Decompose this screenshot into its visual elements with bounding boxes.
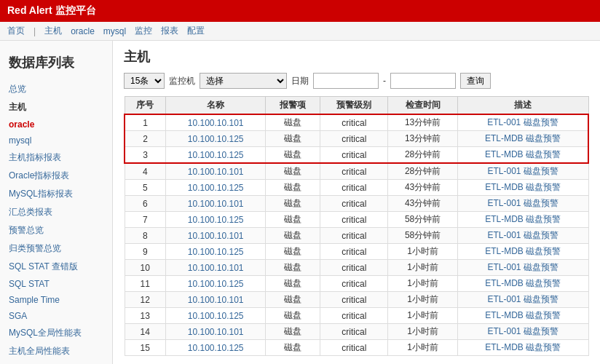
cell-desc[interactable]: ETL-001 磁盘预警 [457, 260, 588, 276]
cell-name[interactable]: 10.100.10.101 [166, 292, 266, 308]
sidebar-item-sqlstat-debug[interactable]: SQL STAT 查错版 [0, 258, 112, 276]
table-cell: critical [320, 228, 388, 244]
cell-name[interactable]: 10.100.10.101 [166, 324, 266, 340]
cell-desc[interactable]: ETL-001 磁盘预警 [457, 114, 588, 131]
nav-oracle[interactable]: oracle [71, 26, 95, 36]
monitor-select[interactable]: 选择 [200, 73, 287, 89]
cell-name[interactable]: 10.100.10.125 [166, 212, 266, 228]
table-cell: 磁盘 [266, 114, 320, 131]
table-row: 1110.100.10.125磁盘critical1小时前ETL-MDB 磁盘预… [125, 276, 588, 292]
table-cell: 1小时前 [388, 308, 457, 324]
date-label: 日期 [291, 75, 309, 87]
nav-monitor[interactable]: 监控 [135, 25, 152, 37]
sidebar-item-host-metrics[interactable]: 主机指标报表 [0, 149, 112, 167]
cell-desc[interactable]: ETL-001 磁盘预警 [457, 324, 588, 340]
nav-report[interactable]: 报表 [161, 25, 178, 37]
rows-select[interactable]: 15条 30条 50条 [124, 73, 165, 89]
table-cell: critical [320, 212, 388, 228]
sidebar-item-oracle[interactable]: oracle [0, 116, 112, 132]
cell-name[interactable]: 10.100.10.125 [166, 244, 266, 260]
cell-desc[interactable]: ETL-MDB 磁盘预警 [457, 212, 588, 228]
filter-bar: 15条 30条 50条 监控机 选择 日期 - 查询 [124, 73, 589, 89]
date-start-input[interactable] [313, 73, 379, 89]
cell-desc[interactable]: ETL-MDB 磁盘预警 [457, 180, 588, 196]
table-cell: 磁盘 [266, 163, 320, 180]
table-cell: 1小时前 [388, 244, 457, 260]
table-cell: 磁盘 [266, 244, 320, 260]
cell-name[interactable]: 10.100.10.101 [166, 196, 266, 212]
table-cell: 1小时前 [388, 276, 457, 292]
search-button[interactable]: 查询 [460, 73, 491, 89]
content-title: 主机 [124, 48, 589, 66]
table-cell: 2 [125, 131, 166, 147]
col-desc: 描述 [457, 97, 588, 115]
table-cell: 4 [125, 163, 166, 180]
cell-name[interactable]: 10.100.10.125 [166, 340, 266, 356]
sidebar-item-category-alert[interactable]: 归类预警总览 [0, 240, 112, 258]
cell-name[interactable]: 10.100.10.125 [166, 131, 266, 147]
nav-mysql[interactable]: mysql [103, 26, 126, 36]
cell-desc[interactable]: ETL-MDB 磁盘预警 [457, 131, 588, 147]
sidebar-item-overview[interactable]: 总览 [0, 80, 112, 98]
sidebar-item-alert-overview[interactable]: 预警总览 [0, 221, 112, 240]
sidebar-item-sample-time[interactable]: Sample Time [0, 292, 112, 308]
col-time: 检查时间 [388, 97, 457, 115]
cell-desc[interactable]: ETL-MDB 磁盘预警 [457, 147, 588, 164]
table-cell: 6 [125, 196, 166, 212]
cell-desc[interactable]: ETL-001 磁盘预警 [457, 163, 588, 180]
table-cell: 磁盘 [266, 260, 320, 276]
table-cell: 5 [125, 180, 166, 196]
cell-name[interactable]: 10.100.10.101 [166, 260, 266, 276]
sidebar-item-host-global[interactable]: 主机全局性能表 [0, 342, 112, 360]
sidebar-item-mysql-metrics[interactable]: MySQL指标报表 [0, 185, 112, 203]
table-cell: 磁盘 [266, 180, 320, 196]
data-table: 序号 名称 报警项 预警级别 检查时间 描述 110.100.10.101磁盘c… [124, 96, 589, 356]
table-row: 1310.100.10.125磁盘critical1小时前ETL-MDB 磁盘预… [125, 308, 588, 324]
table-cell: 1小时前 [388, 260, 457, 276]
table-cell: critical [320, 114, 388, 131]
cell-name[interactable]: 10.100.10.125 [166, 180, 266, 196]
cell-desc[interactable]: ETL-001 磁盘预警 [457, 228, 588, 244]
table-cell: 14 [125, 324, 166, 340]
cell-name[interactable]: 10.100.10.101 [166, 114, 266, 131]
sidebar-item-sqlstat[interactable]: SQL STAT [0, 276, 112, 292]
table-cell: critical [320, 324, 388, 340]
cell-desc[interactable]: ETL-MDB 磁盘预警 [457, 308, 588, 324]
table-cell: 磁盘 [266, 212, 320, 228]
cell-desc[interactable]: ETL-MDB 磁盘预警 [457, 276, 588, 292]
sidebar-item-oracle-metrics[interactable]: Oracle指标报表 [0, 167, 112, 185]
cell-name[interactable]: 10.100.10.125 [166, 276, 266, 292]
cell-name[interactable]: 10.100.10.101 [166, 163, 266, 180]
table-row: 510.100.10.125磁盘critical43分钟前ETL-MDB 磁盘预… [125, 180, 588, 196]
table-row: 310.100.10.125磁盘critical28分钟前ETL-MDB 磁盘预… [125, 147, 588, 164]
table-row: 410.100.10.101磁盘critical28分钟前ETL-001 磁盘预… [125, 163, 588, 180]
table-cell: 43分钟前 [388, 196, 457, 212]
cell-name[interactable]: 10.100.10.101 [166, 228, 266, 244]
nav-home[interactable]: 首页 [7, 25, 25, 37]
cell-name[interactable]: 10.100.10.125 [166, 147, 266, 164]
nav-sep1: | [33, 26, 36, 36]
sidebar-item-mysql-global[interactable]: MySQL全局性能表 [0, 324, 112, 342]
table-cell: 8 [125, 228, 166, 244]
sidebar-item-mysql[interactable]: mysql [0, 132, 112, 149]
cell-desc[interactable]: ETL-001 磁盘预警 [457, 196, 588, 212]
table-cell: 11 [125, 276, 166, 292]
nav-config[interactable]: 配置 [187, 25, 205, 37]
table-cell: 1小时前 [388, 340, 457, 356]
app-title: Red Alert 监控平台 [0, 0, 600, 22]
cell-desc[interactable]: ETL-MDB 磁盘预警 [457, 340, 588, 356]
sidebar-item-summary-report[interactable]: 汇总类报表 [0, 203, 112, 221]
nav-host[interactable]: 主机 [44, 25, 62, 37]
cell-name[interactable]: 10.100.10.125 [166, 308, 266, 324]
table-cell: 1小时前 [388, 324, 457, 340]
table-cell: critical [320, 163, 388, 180]
table-cell: critical [320, 131, 388, 147]
col-id: 序号 [125, 97, 166, 115]
cell-desc[interactable]: ETL-001 磁盘预警 [457, 292, 588, 308]
table-cell: 28分钟前 [388, 163, 457, 180]
date-end-input[interactable] [390, 73, 456, 89]
table-cell: 13 [125, 308, 166, 324]
cell-desc[interactable]: ETL-MDB 磁盘预警 [457, 244, 588, 260]
sidebar-item-sga[interactable]: SGA [0, 308, 112, 324]
sidebar-item-baseline[interactable]: 基线 [0, 360, 112, 364]
